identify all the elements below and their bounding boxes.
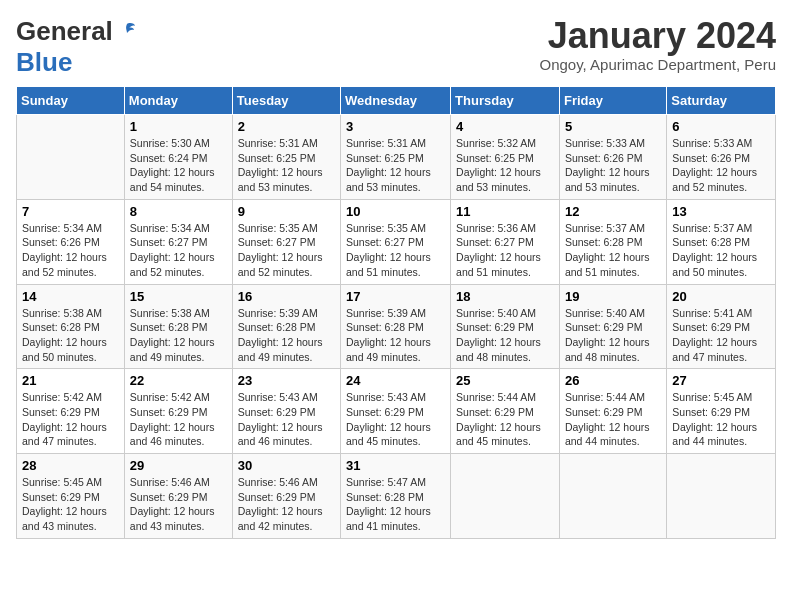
calendar-week-1: 1 Sunrise: 5:30 AMSunset: 6:24 PMDayligh… — [17, 115, 776, 200]
cell-info: Sunrise: 5:32 AMSunset: 6:25 PMDaylight:… — [456, 137, 541, 193]
calendar-cell: 23 Sunrise: 5:43 AMSunset: 6:29 PMDaylig… — [232, 369, 340, 454]
day-number: 11 — [456, 204, 554, 219]
day-number: 13 — [672, 204, 770, 219]
column-header-monday: Monday — [124, 87, 232, 115]
cell-info: Sunrise: 5:35 AMSunset: 6:27 PMDaylight:… — [346, 222, 431, 278]
calendar-cell: 24 Sunrise: 5:43 AMSunset: 6:29 PMDaylig… — [341, 369, 451, 454]
day-number: 25 — [456, 373, 554, 388]
day-number: 9 — [238, 204, 335, 219]
cell-info: Sunrise: 5:39 AMSunset: 6:28 PMDaylight:… — [238, 307, 323, 363]
day-number: 17 — [346, 289, 445, 304]
calendar-cell — [559, 454, 666, 539]
calendar-cell: 28 Sunrise: 5:45 AMSunset: 6:29 PMDaylig… — [17, 454, 125, 539]
calendar-week-5: 28 Sunrise: 5:45 AMSunset: 6:29 PMDaylig… — [17, 454, 776, 539]
logo-general: General — [16, 16, 113, 47]
calendar-cell: 30 Sunrise: 5:46 AMSunset: 6:29 PMDaylig… — [232, 454, 340, 539]
day-number: 1 — [130, 119, 227, 134]
cell-info: Sunrise: 5:40 AMSunset: 6:29 PMDaylight:… — [456, 307, 541, 363]
calendar-cell — [667, 454, 776, 539]
cell-info: Sunrise: 5:44 AMSunset: 6:29 PMDaylight:… — [565, 391, 650, 447]
cell-info: Sunrise: 5:33 AMSunset: 6:26 PMDaylight:… — [565, 137, 650, 193]
calendar-cell: 31 Sunrise: 5:47 AMSunset: 6:28 PMDaylig… — [341, 454, 451, 539]
cell-info: Sunrise: 5:45 AMSunset: 6:29 PMDaylight:… — [22, 476, 107, 532]
column-header-friday: Friday — [559, 87, 666, 115]
cell-info: Sunrise: 5:37 AMSunset: 6:28 PMDaylight:… — [672, 222, 757, 278]
cell-info: Sunrise: 5:46 AMSunset: 6:29 PMDaylight:… — [130, 476, 215, 532]
logo: General Blue — [16, 16, 137, 78]
calendar-cell: 19 Sunrise: 5:40 AMSunset: 6:29 PMDaylig… — [559, 284, 666, 369]
calendar-cell: 2 Sunrise: 5:31 AMSunset: 6:25 PMDayligh… — [232, 115, 340, 200]
cell-info: Sunrise: 5:46 AMSunset: 6:29 PMDaylight:… — [238, 476, 323, 532]
calendar-cell: 14 Sunrise: 5:38 AMSunset: 6:28 PMDaylig… — [17, 284, 125, 369]
day-number: 31 — [346, 458, 445, 473]
day-number: 6 — [672, 119, 770, 134]
cell-info: Sunrise: 5:43 AMSunset: 6:29 PMDaylight:… — [238, 391, 323, 447]
cell-info: Sunrise: 5:33 AMSunset: 6:26 PMDaylight:… — [672, 137, 757, 193]
cell-info: Sunrise: 5:41 AMSunset: 6:29 PMDaylight:… — [672, 307, 757, 363]
day-number: 12 — [565, 204, 661, 219]
calendar-cell: 9 Sunrise: 5:35 AMSunset: 6:27 PMDayligh… — [232, 199, 340, 284]
day-number: 21 — [22, 373, 119, 388]
calendar-cell: 7 Sunrise: 5:34 AMSunset: 6:26 PMDayligh… — [17, 199, 125, 284]
day-number: 19 — [565, 289, 661, 304]
title-area: January 2024 Ongoy, Apurimac Department,… — [540, 16, 777, 73]
calendar-body: 1 Sunrise: 5:30 AMSunset: 6:24 PMDayligh… — [17, 115, 776, 539]
calendar-cell: 17 Sunrise: 5:39 AMSunset: 6:28 PMDaylig… — [341, 284, 451, 369]
calendar-cell — [451, 454, 560, 539]
calendar-cell: 22 Sunrise: 5:42 AMSunset: 6:29 PMDaylig… — [124, 369, 232, 454]
calendar-cell: 20 Sunrise: 5:41 AMSunset: 6:29 PMDaylig… — [667, 284, 776, 369]
calendar-week-4: 21 Sunrise: 5:42 AMSunset: 6:29 PMDaylig… — [17, 369, 776, 454]
calendar-cell: 1 Sunrise: 5:30 AMSunset: 6:24 PMDayligh… — [124, 115, 232, 200]
cell-info: Sunrise: 5:37 AMSunset: 6:28 PMDaylight:… — [565, 222, 650, 278]
cell-info: Sunrise: 5:45 AMSunset: 6:29 PMDaylight:… — [672, 391, 757, 447]
day-number: 15 — [130, 289, 227, 304]
cell-info: Sunrise: 5:34 AMSunset: 6:26 PMDaylight:… — [22, 222, 107, 278]
day-number: 29 — [130, 458, 227, 473]
column-header-tuesday: Tuesday — [232, 87, 340, 115]
day-number: 2 — [238, 119, 335, 134]
calendar-cell: 8 Sunrise: 5:34 AMSunset: 6:27 PMDayligh… — [124, 199, 232, 284]
day-number: 22 — [130, 373, 227, 388]
calendar-cell: 5 Sunrise: 5:33 AMSunset: 6:26 PMDayligh… — [559, 115, 666, 200]
calendar-table: SundayMondayTuesdayWednesdayThursdayFrid… — [16, 86, 776, 539]
cell-info: Sunrise: 5:43 AMSunset: 6:29 PMDaylight:… — [346, 391, 431, 447]
calendar-cell: 12 Sunrise: 5:37 AMSunset: 6:28 PMDaylig… — [559, 199, 666, 284]
day-number: 24 — [346, 373, 445, 388]
calendar-cell: 21 Sunrise: 5:42 AMSunset: 6:29 PMDaylig… — [17, 369, 125, 454]
day-number: 4 — [456, 119, 554, 134]
day-number: 20 — [672, 289, 770, 304]
day-number: 30 — [238, 458, 335, 473]
logo-blue: Blue — [16, 47, 72, 77]
day-number: 5 — [565, 119, 661, 134]
day-number: 28 — [22, 458, 119, 473]
calendar-cell: 13 Sunrise: 5:37 AMSunset: 6:28 PMDaylig… — [667, 199, 776, 284]
column-header-thursday: Thursday — [451, 87, 560, 115]
cell-info: Sunrise: 5:31 AMSunset: 6:25 PMDaylight:… — [238, 137, 323, 193]
day-number: 16 — [238, 289, 335, 304]
calendar-cell: 27 Sunrise: 5:45 AMSunset: 6:29 PMDaylig… — [667, 369, 776, 454]
calendar-cell: 4 Sunrise: 5:32 AMSunset: 6:25 PMDayligh… — [451, 115, 560, 200]
column-header-sunday: Sunday — [17, 87, 125, 115]
page-subtitle: Ongoy, Apurimac Department, Peru — [540, 56, 777, 73]
day-number: 3 — [346, 119, 445, 134]
cell-info: Sunrise: 5:31 AMSunset: 6:25 PMDaylight:… — [346, 137, 431, 193]
cell-info: Sunrise: 5:44 AMSunset: 6:29 PMDaylight:… — [456, 391, 541, 447]
cell-info: Sunrise: 5:40 AMSunset: 6:29 PMDaylight:… — [565, 307, 650, 363]
page-title: January 2024 — [540, 16, 777, 56]
column-header-wednesday: Wednesday — [341, 87, 451, 115]
cell-info: Sunrise: 5:38 AMSunset: 6:28 PMDaylight:… — [22, 307, 107, 363]
day-number: 10 — [346, 204, 445, 219]
cell-info: Sunrise: 5:30 AMSunset: 6:24 PMDaylight:… — [130, 137, 215, 193]
cell-info: Sunrise: 5:36 AMSunset: 6:27 PMDaylight:… — [456, 222, 541, 278]
day-number: 18 — [456, 289, 554, 304]
day-number: 14 — [22, 289, 119, 304]
calendar-cell: 26 Sunrise: 5:44 AMSunset: 6:29 PMDaylig… — [559, 369, 666, 454]
calendar-header-row: SundayMondayTuesdayWednesdayThursdayFrid… — [17, 87, 776, 115]
calendar-cell — [17, 115, 125, 200]
calendar-cell: 11 Sunrise: 5:36 AMSunset: 6:27 PMDaylig… — [451, 199, 560, 284]
calendar-cell: 29 Sunrise: 5:46 AMSunset: 6:29 PMDaylig… — [124, 454, 232, 539]
page-header: General Blue January 2024 Ongoy, Apurima… — [16, 16, 776, 78]
day-number: 8 — [130, 204, 227, 219]
logo-bird-icon — [117, 20, 137, 40]
cell-info: Sunrise: 5:34 AMSunset: 6:27 PMDaylight:… — [130, 222, 215, 278]
